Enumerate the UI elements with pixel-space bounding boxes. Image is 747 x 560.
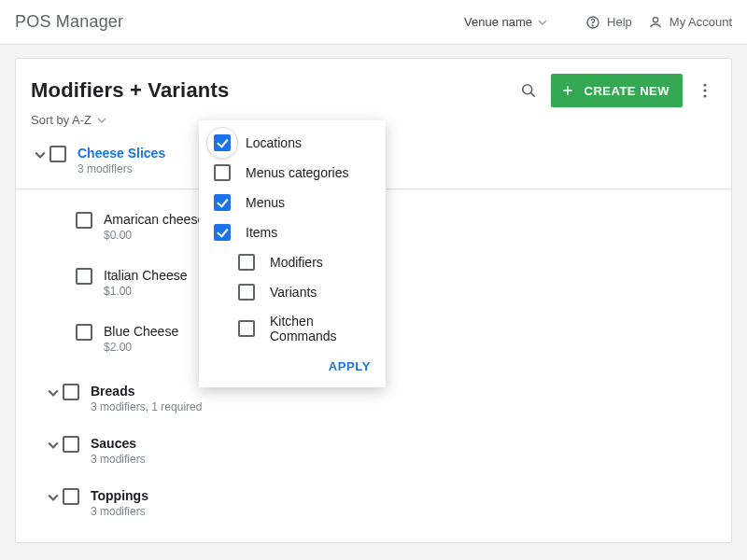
item-label[interactable]: Amarican cheese [104, 212, 204, 227]
plus-icon [560, 83, 575, 98]
expand-toggle[interactable] [44, 436, 63, 455]
group-subtitle: 3 modifiers [78, 162, 165, 175]
create-label: CREATE NEW [585, 84, 669, 98]
venue-label: Venue name [464, 15, 532, 29]
filter-option-label: Menus [246, 195, 285, 210]
filter-option[interactable]: Modifiers [199, 247, 386, 277]
apply-button[interactable]: APPLY [329, 359, 371, 373]
account-label: My Account [669, 15, 732, 29]
help-icon [585, 14, 601, 31]
search-button[interactable] [517, 79, 540, 102]
filter-option-label: Variants [270, 285, 317, 300]
collapse-toggle[interactable] [31, 146, 49, 164]
group-checkbox[interactable] [63, 384, 79, 400]
filter-option[interactable]: Kitchen Commands [199, 307, 386, 350]
filter-option-label: Items [246, 225, 277, 240]
filter-checkbox[interactable] [214, 194, 231, 211]
expand-toggle[interactable] [44, 384, 63, 402]
svg-point-3 [522, 85, 531, 94]
person-icon [647, 14, 664, 31]
svg-point-1 [592, 24, 593, 25]
filter-option-label: Modifiers [270, 255, 323, 270]
group-checkbox[interactable] [49, 146, 66, 162]
more-options-button[interactable] [694, 79, 716, 102]
filter-option-label: Locations [246, 135, 302, 150]
filter-checkbox[interactable] [238, 254, 255, 271]
filter-checkbox[interactable] [238, 284, 255, 301]
group-subtitle: 3 modifiers [91, 505, 148, 518]
chevron-down-icon [97, 116, 106, 125]
account-link[interactable]: My Account [647, 14, 732, 31]
filter-option[interactable]: Locations [199, 128, 386, 158]
item-price: $2.00 [104, 341, 178, 354]
help-link[interactable]: Help [585, 14, 632, 31]
filter-checkbox[interactable] [214, 134, 231, 151]
filter-option-label: Kitchen Commands [270, 314, 371, 343]
item-checkbox[interactable] [76, 324, 92, 341]
group-checkbox[interactable] [63, 488, 79, 505]
filter-option[interactable]: Variants [199, 277, 386, 307]
svg-point-2 [653, 17, 657, 21]
item-label[interactable]: Blue Cheese [104, 324, 178, 339]
svg-point-5 [703, 83, 706, 86]
filter-option[interactable]: Menus [199, 188, 386, 217]
group-checkbox[interactable] [63, 436, 79, 453]
svg-point-7 [703, 94, 706, 97]
filter-checkbox[interactable] [214, 224, 231, 241]
create-new-button[interactable]: CREATE NEW [551, 74, 683, 107]
group-subtitle: 3 modifiers [91, 453, 146, 466]
venue-dropdown[interactable]: Venue name [464, 15, 547, 29]
svg-line-4 [530, 93, 534, 97]
item-price: $0.00 [104, 229, 204, 242]
sort-label: Sort by A-Z [31, 113, 92, 127]
filter-popover: Locations Menus categories Menus Items M… [199, 120, 386, 387]
filter-option[interactable]: Items [199, 217, 386, 247]
group-label[interactable]: Cheese Slices [78, 146, 165, 161]
group-label[interactable]: Toppings [91, 488, 148, 503]
filter-checkbox[interactable] [238, 320, 255, 337]
filter-option-label: Menus categories [246, 165, 349, 180]
item-checkbox[interactable] [76, 212, 92, 229]
group-subtitle: 3 modifiers, 1 required [91, 400, 202, 413]
help-label: Help [607, 15, 632, 29]
item-price: $1.00 [104, 285, 188, 298]
group-label[interactable]: Breads [91, 384, 202, 399]
filter-checkbox[interactable] [214, 164, 231, 181]
group-label[interactable]: Sauces [91, 436, 146, 451]
svg-point-6 [703, 89, 706, 91]
app-brand: POS Manager [15, 12, 123, 32]
item-label[interactable]: Italian Cheese [104, 268, 188, 283]
expand-toggle[interactable] [44, 488, 63, 507]
filter-option[interactable]: Menus categories [199, 158, 386, 188]
chevron-down-icon [538, 18, 547, 27]
page-title: Modifiers + Variants [31, 78, 229, 103]
item-checkbox[interactable] [76, 268, 92, 285]
